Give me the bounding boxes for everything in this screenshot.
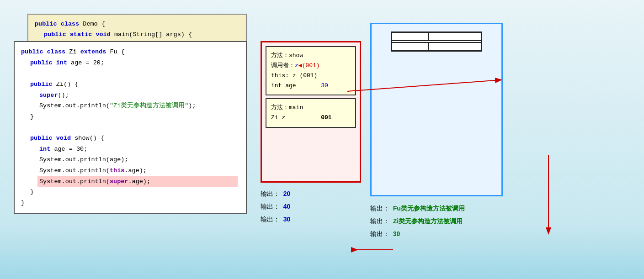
fu-age-value xyxy=(429,43,481,50)
stack-section: 方法：show 调用者：z◀(001) this: z (001) int ag… xyxy=(261,41,361,226)
stack-frame-show: 方法：show 调用者：z◀(001) this: z (001) int ag… xyxy=(266,46,356,95)
code-line: public int age = 20; xyxy=(21,58,240,68)
zi-age-label xyxy=(392,33,429,40)
code-line: int age = 30; xyxy=(21,144,240,155)
code-line: System.out.println(this.age); xyxy=(21,165,240,176)
code-line: System.out.println("Zi类无参构造方法被调用"); xyxy=(21,100,240,111)
main-content: public class Demo { public static void m… xyxy=(0,14,644,240)
fu-age-row xyxy=(392,42,481,50)
code-line: public void show() { xyxy=(21,133,240,144)
code-line: public Zi() { xyxy=(21,79,240,90)
zi-age-row xyxy=(392,33,481,41)
stack-output: 输出： 20 输出： 40 输出： 30 xyxy=(261,187,361,226)
zi-class-code: public class Zi extends Fu { public int … xyxy=(14,41,247,214)
frame-this: this: z (001) xyxy=(271,71,351,81)
output-row: 输出： 20 xyxy=(261,187,361,200)
code-line: public class Demo { xyxy=(35,19,240,30)
heap-output: 输出： Fu类无参构造方法被调用 输出： Zi类无参构造方法被调用 输出： 30 xyxy=(370,202,507,240)
output-row: 输出： 30 xyxy=(261,213,361,226)
code-line: } xyxy=(21,111,240,122)
heap-box xyxy=(370,23,503,196)
code-line: public class Zi extends Fu { xyxy=(21,47,240,58)
code-line: public static void main(String[] args) { xyxy=(35,30,240,40)
heap-output-row: 输出： Fu类无参构造方法被调用 xyxy=(370,202,507,215)
code-line: } xyxy=(21,187,240,198)
output-row: 输出： 40 xyxy=(261,200,361,213)
code-line-highlight-pink: System.out.println(super.age); xyxy=(21,176,240,187)
zi-age-value xyxy=(429,33,481,40)
frame-method-label-main: 方法：main xyxy=(271,103,351,113)
heap-section: 输出： Fu类无参构造方法被调用 输出： Zi类无参构造方法被调用 输出： 30 xyxy=(370,23,507,240)
code-line xyxy=(21,68,240,79)
heap-object xyxy=(391,32,482,52)
page-title xyxy=(0,0,644,14)
frame-var-main: Zi z 001 xyxy=(271,113,351,123)
heap-output-row: 输出： Zi类无参构造方法被调用 xyxy=(370,215,507,227)
code-line xyxy=(21,122,240,133)
frame-caller: 调用者：z◀(001) xyxy=(271,61,351,71)
code-section: public class Demo { public static void m… xyxy=(14,14,251,224)
code-line: } xyxy=(21,198,240,209)
code-line: System.out.println(age); xyxy=(21,154,240,165)
code-line: super(); xyxy=(21,90,240,101)
frame-var: int age 30 xyxy=(271,81,351,91)
heap-output-row: 输出： 30 xyxy=(370,227,507,240)
fu-age-label xyxy=(392,43,429,50)
frame-method-label: 方法：show xyxy=(271,51,351,61)
stack-box: 方法：show 调用者：z◀(001) this: z (001) int ag… xyxy=(261,41,361,183)
stack-frame-main: 方法：main Zi z 001 xyxy=(266,98,356,127)
